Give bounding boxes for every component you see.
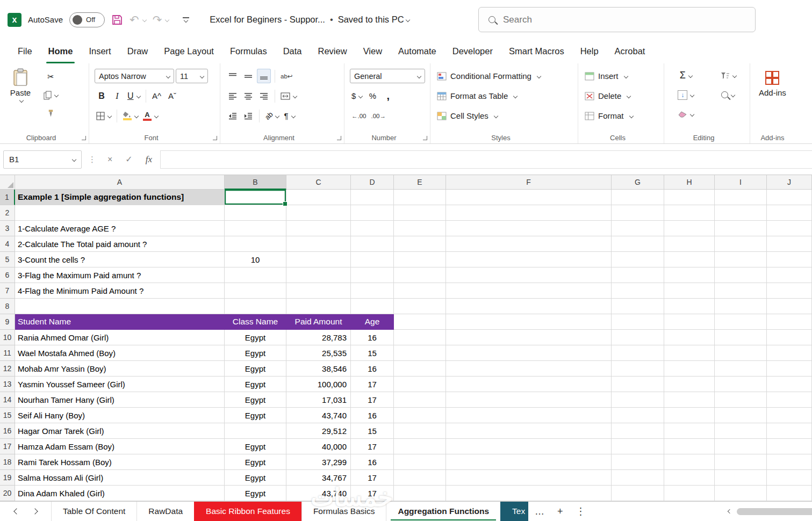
cell-a2[interactable] (15, 205, 225, 221)
cell-h14[interactable] (664, 392, 715, 408)
cell-e1[interactable] (394, 190, 446, 205)
document-title[interactable]: Excel for Beginers - Suppor... • Saved t… (210, 15, 409, 25)
increase-indent-button[interactable] (241, 108, 255, 123)
format-as-table-button[interactable]: Format as Table (434, 86, 520, 106)
row-header-17[interactable]: 17 (0, 439, 15, 454)
clear-button[interactable] (669, 107, 703, 121)
cell-d16[interactable]: 15 (351, 423, 394, 439)
cell-j8[interactable] (767, 299, 812, 314)
cell-a16[interactable]: Hagar Omar Tarek (Girl) (15, 423, 225, 439)
cell-f2[interactable] (446, 205, 612, 221)
cell-d15[interactable]: 16 (351, 408, 394, 423)
column-header-j[interactable]: J (767, 175, 812, 190)
cell-h2[interactable] (664, 205, 715, 221)
borders-button[interactable] (95, 108, 113, 123)
cell-i4[interactable] (715, 236, 767, 252)
cell-c18[interactable]: 37,299 (286, 454, 351, 470)
cell-h20[interactable] (664, 486, 715, 501)
insert-function-button[interactable]: fx (141, 154, 157, 165)
sheet-tab-formulas-basics[interactable]: Formulas Basics (301, 502, 387, 521)
column-header-b[interactable]: B (225, 175, 286, 190)
column-header-h[interactable]: H (664, 175, 715, 190)
align-top-button[interactable] (226, 69, 240, 83)
cell-f7[interactable] (446, 283, 612, 299)
cell-a12[interactable]: Mohab Amr Yassin (Boy) (15, 361, 225, 377)
scroll-left-icon[interactable] (728, 509, 732, 513)
cell-b14[interactable]: Egypt (225, 392, 286, 408)
cell-d18[interactable]: 16 (351, 454, 394, 470)
alignment-dialog-launcher[interactable] (337, 136, 341, 140)
cell-a11[interactable]: Wael Mostafa Ahmed (Boy) (15, 345, 225, 361)
cell-f14[interactable] (446, 392, 612, 408)
align-left-button[interactable] (226, 89, 240, 103)
cell-j18[interactable] (767, 454, 812, 470)
ribbon-tab-home[interactable]: Home (40, 39, 81, 63)
cell-i18[interactable] (715, 454, 767, 470)
cell-f18[interactable] (446, 454, 612, 470)
cell-a4[interactable]: 2-Calculate The Total paid amount ? (15, 236, 225, 252)
insert-cells-button[interactable]: Insert (581, 66, 631, 86)
cell-e6[interactable] (394, 267, 446, 283)
decrease-decimal-button[interactable]: .00→ (370, 108, 388, 123)
column-header-e[interactable]: E (394, 175, 446, 190)
customize-quick-access-button[interactable] (183, 17, 189, 22)
cell-i16[interactable] (715, 423, 767, 439)
cell-e7[interactable] (394, 283, 446, 299)
next-sheet-icon[interactable] (32, 508, 38, 514)
cell-d20[interactable]: 17 (351, 486, 394, 501)
cell-a13[interactable]: Yasmin Youssef Sameer (Girl) (15, 377, 225, 392)
cell-f6[interactable] (446, 267, 612, 283)
cell-b17[interactable]: Egypt (225, 439, 286, 454)
search-box[interactable] (478, 7, 756, 32)
row-header-20[interactable]: 20 (0, 486, 15, 501)
cell-h17[interactable] (664, 439, 715, 454)
cell-h19[interactable] (664, 470, 715, 486)
confirm-entry-button[interactable]: ✓ (120, 154, 137, 164)
format-painter-button[interactable] (42, 107, 60, 120)
ribbon-tab-page-layout[interactable]: Page Layout (156, 39, 222, 63)
row-header-19[interactable]: 19 (0, 470, 15, 486)
cell-b9[interactable]: Class Name (225, 314, 286, 330)
cell-b20[interactable]: Egypt (225, 486, 286, 501)
paste-button[interactable]: Paste (3, 66, 38, 120)
cell-d5[interactable] (351, 252, 394, 267)
cell-i11[interactable] (715, 345, 767, 361)
cell-b10[interactable]: Egypt (225, 330, 286, 345)
cell-b13[interactable]: Egypt (225, 377, 286, 392)
cell-b12[interactable]: Egypt (225, 361, 286, 377)
row-header-16[interactable]: 16 (0, 423, 15, 439)
column-header-f[interactable]: F (446, 175, 612, 190)
cell-h9[interactable] (664, 314, 715, 330)
cell-b5[interactable]: 10 (225, 252, 286, 267)
row-header-1[interactable]: 1 (0, 190, 15, 205)
increase-decimal-button[interactable]: ←.00 (350, 108, 368, 123)
decrease-indent-button[interactable] (226, 108, 240, 123)
cell-a14[interactable]: Nourhan Tamer Hany (Girl) (15, 392, 225, 408)
cell-i5[interactable] (715, 252, 767, 267)
cell-d14[interactable]: 17 (351, 392, 394, 408)
undo-button[interactable]: ↶ (130, 13, 146, 26)
cell-j9[interactable] (767, 314, 812, 330)
cell-d2[interactable] (351, 205, 394, 221)
cell-g13[interactable] (612, 377, 664, 392)
cell-a1[interactable]: Example 1 [Simple aggregation functions] (15, 190, 225, 205)
cell-f15[interactable] (446, 408, 612, 423)
cell-e17[interactable] (394, 439, 446, 454)
row-header-7[interactable]: 7 (0, 283, 15, 299)
ribbon-tab-formulas[interactable]: Formulas (222, 39, 275, 63)
cell-e16[interactable] (394, 423, 446, 439)
cell-h4[interactable] (664, 236, 715, 252)
cell-b1[interactable] (225, 190, 286, 205)
cell-j10[interactable] (767, 330, 812, 345)
cell-i1[interactable] (715, 190, 767, 205)
cell-e12[interactable] (394, 361, 446, 377)
cell-h11[interactable] (664, 345, 715, 361)
cell-e9[interactable] (394, 314, 446, 330)
cell-j2[interactable] (767, 205, 812, 221)
cell-g4[interactable] (612, 236, 664, 252)
name-box[interactable]: B1 (3, 150, 82, 169)
cell-a17[interactable]: Hamza Adam Essam (Boy) (15, 439, 225, 454)
number-dialog-launcher[interactable] (423, 136, 427, 140)
cut-button[interactable]: ✂ (42, 70, 60, 83)
cell-i14[interactable] (715, 392, 767, 408)
